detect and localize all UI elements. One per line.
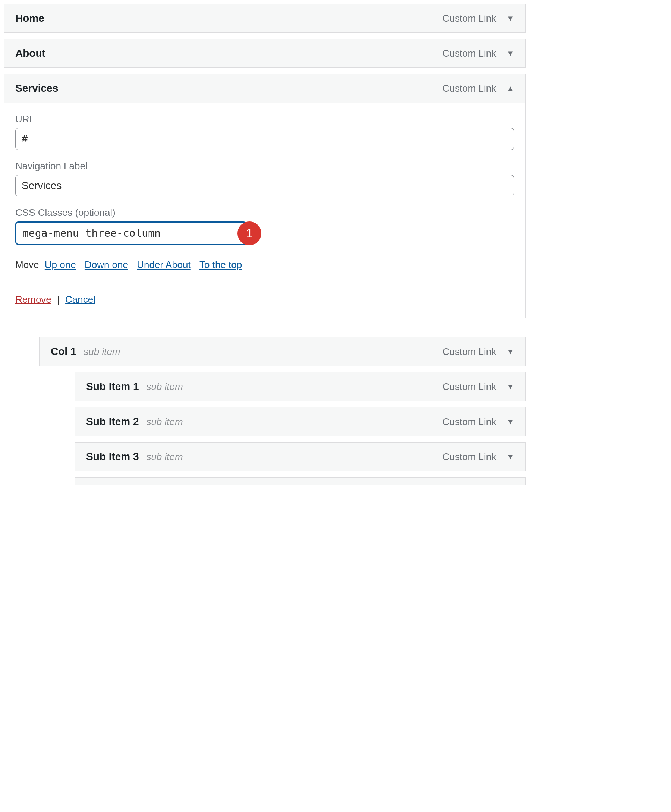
navigation-label-label: Navigation Label — [15, 160, 514, 172]
menu-item-sub3[interactable]: Sub Item 3 sub item Custom Link ▼ — [75, 442, 526, 471]
annotation-badge-1: 1 — [237, 221, 261, 245]
move-top-link[interactable]: To the top — [199, 259, 242, 270]
menu-structure: Home Custom Link ▼ About Custom Link ▼ S… — [4, 4, 526, 485]
sub-item-tag: sub item — [146, 416, 183, 427]
menu-item-type: Custom Link — [443, 48, 497, 59]
menu-item-settings-panel: URL Navigation Label CSS Classes (option… — [4, 103, 525, 318]
menu-item-meta: Custom Link ▲ — [443, 83, 514, 94]
menu-item-about[interactable]: About Custom Link ▼ — [4, 39, 526, 68]
chevron-down-icon[interactable]: ▼ — [507, 453, 514, 461]
move-down-link[interactable]: Down one — [85, 259, 128, 270]
menu-item-title: Sub Item 1 sub item — [86, 381, 183, 393]
css-classes-label: CSS Classes (optional) — [15, 207, 514, 218]
cancel-link[interactable]: Cancel — [65, 294, 95, 305]
move-under-link[interactable]: Under About — [137, 259, 191, 270]
menu-item-type: Custom Link — [443, 346, 497, 357]
remove-link[interactable]: Remove — [15, 294, 51, 305]
menu-item-title-text: Sub Item 1 — [86, 381, 139, 392]
menu-item-type: Custom Link — [443, 416, 497, 427]
sub-item-tag: sub item — [146, 381, 183, 392]
chevron-down-icon[interactable]: ▼ — [507, 417, 514, 426]
menu-item-title: Services — [15, 82, 58, 94]
chevron-down-icon[interactable]: ▼ — [507, 383, 514, 391]
menu-item-meta: Custom Link ▼ — [443, 346, 514, 357]
url-label: URL — [15, 113, 514, 125]
menu-item-title: Sub Item 3 sub item — [86, 451, 183, 463]
css-classes-row: 1 — [15, 221, 514, 245]
sub-item-tag: sub item — [83, 346, 120, 357]
chevron-down-icon[interactable]: ▼ — [507, 49, 514, 58]
menu-item-meta: Custom Link ▼ — [443, 451, 514, 463]
separator: | — [57, 294, 60, 305]
item-actions-row: Remove | Cancel — [15, 294, 514, 305]
menu-item-services[interactable]: Services Custom Link ▲ — [4, 74, 525, 103]
menu-item-meta: Custom Link ▼ — [443, 381, 514, 393]
menu-item-type: Custom Link — [443, 83, 497, 94]
menu-item-sub2[interactable]: Sub Item 2 sub item Custom Link ▼ — [75, 407, 526, 436]
menu-item-home[interactable]: Home Custom Link ▼ — [4, 4, 526, 33]
menu-item-title: Home — [15, 12, 44, 24]
move-label: Move — [15, 259, 39, 270]
css-classes-input[interactable] — [15, 221, 246, 245]
chevron-up-icon[interactable]: ▲ — [507, 84, 514, 93]
menu-item-meta: Custom Link ▼ — [443, 416, 514, 427]
menu-item-title-text: Sub Item 2 — [86, 416, 139, 427]
chevron-down-icon[interactable]: ▼ — [507, 347, 514, 356]
menu-item-title: Col 1 sub item — [51, 346, 121, 357]
menu-item-services-expanded: Services Custom Link ▲ URL Navigation La… — [4, 74, 526, 318]
menu-item-partial — [75, 477, 526, 485]
move-row: Move Up one Down one Under About To the … — [15, 259, 514, 271]
menu-item-title-text: Sub Item 3 — [86, 451, 139, 462]
menu-item-title-text: Col 1 — [51, 346, 76, 357]
menu-item-type: Custom Link — [443, 451, 497, 463]
navigation-label-input[interactable] — [15, 175, 514, 196]
menu-item-sub1[interactable]: Sub Item 1 sub item Custom Link ▼ — [75, 372, 526, 401]
move-up-link[interactable]: Up one — [45, 259, 76, 270]
sub-item-tag: sub item — [146, 451, 183, 462]
url-input[interactable] — [15, 128, 514, 150]
chevron-down-icon[interactable]: ▼ — [507, 14, 514, 23]
menu-item-title: About — [15, 48, 46, 59]
menu-item-type: Custom Link — [443, 381, 497, 393]
menu-item-title: Sub Item 2 sub item — [86, 416, 183, 427]
menu-item-type: Custom Link — [443, 13, 497, 24]
menu-item-meta: Custom Link ▼ — [443, 48, 514, 59]
menu-item-meta: Custom Link ▼ — [443, 13, 514, 24]
menu-item-col1[interactable]: Col 1 sub item Custom Link ▼ — [39, 337, 526, 366]
